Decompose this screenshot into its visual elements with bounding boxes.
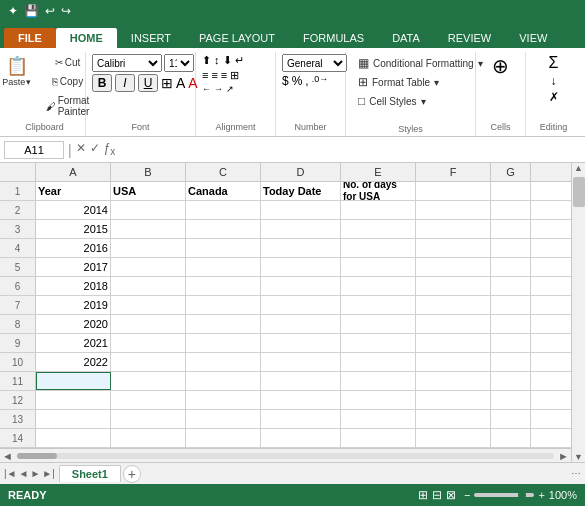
cell-g1[interactable] (491, 182, 531, 200)
col-header-f[interactable]: F (416, 163, 491, 181)
cell-e6[interactable] (341, 277, 416, 295)
cell-a12[interactable] (36, 391, 111, 409)
scroll-left-icon[interactable]: ◄ (2, 450, 13, 462)
paste-button[interactable]: 📋 Paste ▾ (0, 54, 39, 90)
cell-b2[interactable] (111, 201, 186, 219)
cell-b10[interactable] (111, 353, 186, 371)
cell-b3[interactable] (111, 220, 186, 238)
align-bottom-icon[interactable]: ⬇ (223, 54, 232, 67)
bold-button[interactable]: B (92, 74, 112, 92)
cell-c5[interactable] (186, 258, 261, 276)
tab-home[interactable]: HOME (56, 28, 117, 48)
sheet-nav-next-icon[interactable]: ► (30, 468, 40, 479)
insert-cells-icon[interactable]: ⊕ (492, 54, 509, 78)
cell-b1[interactable]: USA (111, 182, 186, 200)
cell-g13[interactable] (491, 410, 531, 428)
cell-c13[interactable] (186, 410, 261, 428)
align-middle-icon[interactable]: ↕ (214, 54, 220, 67)
cell-b12[interactable] (111, 391, 186, 409)
cell-b7[interactable] (111, 296, 186, 314)
cell-f11[interactable] (416, 372, 491, 390)
align-left-icon[interactable]: ≡ (202, 69, 208, 82)
redo-icon[interactable]: ↪ (61, 4, 71, 18)
cell-b11[interactable] (111, 372, 186, 390)
border-icon[interactable]: ⊞ (161, 75, 173, 91)
cancel-formula-icon[interactable]: ✕ (76, 141, 86, 157)
cell-c7[interactable] (186, 296, 261, 314)
cell-c14[interactable] (186, 429, 261, 447)
cell-e11[interactable] (341, 372, 416, 390)
font-name-select[interactable]: Calibri (92, 54, 162, 72)
cell-g5[interactable] (491, 258, 531, 276)
scroll-down-icon[interactable]: ▼ (574, 452, 583, 462)
cell-g2[interactable] (491, 201, 531, 219)
tab-insert[interactable]: INSERT (117, 28, 185, 48)
cell-g6[interactable] (491, 277, 531, 295)
format-table-button[interactable]: ⊞ Format Table ▾ (352, 73, 469, 91)
cell-f1[interactable] (416, 182, 491, 200)
cell-b13[interactable] (111, 410, 186, 428)
cell-a2[interactable]: 2014 (36, 201, 111, 219)
cell-f4[interactable] (416, 239, 491, 257)
cell-a14[interactable] (36, 429, 111, 447)
cell-f9[interactable] (416, 334, 491, 352)
add-sheet-button[interactable]: + (123, 465, 141, 483)
cell-a10[interactable]: 2022 (36, 353, 111, 371)
cell-d9[interactable] (261, 334, 341, 352)
cell-c9[interactable] (186, 334, 261, 352)
cell-mode-page-icon[interactable]: ⊟ (432, 488, 442, 502)
cell-d10[interactable] (261, 353, 341, 371)
cell-c8[interactable] (186, 315, 261, 333)
cell-b9[interactable] (111, 334, 186, 352)
cell-e3[interactable] (341, 220, 416, 238)
indent-decrease-icon[interactable]: ← (202, 84, 211, 94)
align-right-icon[interactable]: ≡ (221, 69, 227, 82)
cell-f6[interactable] (416, 277, 491, 295)
font-size-select[interactable]: 11 (164, 54, 194, 72)
increase-decimal-icon[interactable]: .0→ (312, 74, 329, 88)
orientation-icon[interactable]: ↗ (226, 84, 234, 94)
cell-d14[interactable] (261, 429, 341, 447)
cell-a4[interactable]: 2016 (36, 239, 111, 257)
tab-view[interactable]: VIEW (505, 28, 561, 48)
cell-e13[interactable] (341, 410, 416, 428)
sheet-nav-prev-icon[interactable]: ◄ (19, 468, 29, 479)
align-center-icon[interactable]: ≡ (211, 69, 217, 82)
cell-f8[interactable] (416, 315, 491, 333)
sheet-nav-first-icon[interactable]: |◄ (4, 468, 17, 479)
autosum-icon[interactable]: Σ (549, 54, 559, 72)
cell-a5[interactable]: 2017 (36, 258, 111, 276)
zoom-in-icon[interactable]: + (538, 489, 544, 501)
cell-mode-page-break-icon[interactable]: ⊠ (446, 488, 456, 502)
cell-f7[interactable] (416, 296, 491, 314)
tab-page-layout[interactable]: PAGE LAYOUT (185, 28, 289, 48)
scroll-right-icon[interactable]: ► (558, 450, 569, 462)
cell-b6[interactable] (111, 277, 186, 295)
col-header-c[interactable]: C (186, 163, 261, 181)
cell-d2[interactable] (261, 201, 341, 219)
cell-f2[interactable] (416, 201, 491, 219)
cell-a1[interactable]: Year (36, 182, 111, 200)
italic-button[interactable]: I (115, 74, 135, 92)
scroll-h-thumb[interactable] (17, 453, 57, 459)
cell-c4[interactable] (186, 239, 261, 257)
scroll-v-thumb[interactable] (573, 177, 585, 207)
cell-reference-input[interactable] (4, 141, 64, 159)
cell-d3[interactable] (261, 220, 341, 238)
cell-a13[interactable] (36, 410, 111, 428)
align-top-icon[interactable]: ⬆ (202, 54, 211, 67)
col-header-e[interactable]: E (341, 163, 416, 181)
cell-d1[interactable]: Today Date (261, 182, 341, 200)
tab-review[interactable]: REVIEW (434, 28, 505, 48)
vertical-scrollbar[interactable]: ▲ ▼ (571, 163, 585, 462)
percent-icon[interactable]: % (292, 74, 303, 88)
comma-icon[interactable]: , (305, 74, 308, 88)
merge-icon[interactable]: ⊞ (230, 69, 239, 82)
cell-mode-normal-icon[interactable]: ⊞ (418, 488, 428, 502)
cell-c6[interactable] (186, 277, 261, 295)
cell-e2[interactable] (341, 201, 416, 219)
number-format-select[interactable]: General (282, 54, 347, 72)
cell-d6[interactable] (261, 277, 341, 295)
conditional-formatting-button[interactable]: ▦ Conditional Formatting ▾ (352, 54, 469, 72)
tab-data[interactable]: DATA (378, 28, 434, 48)
